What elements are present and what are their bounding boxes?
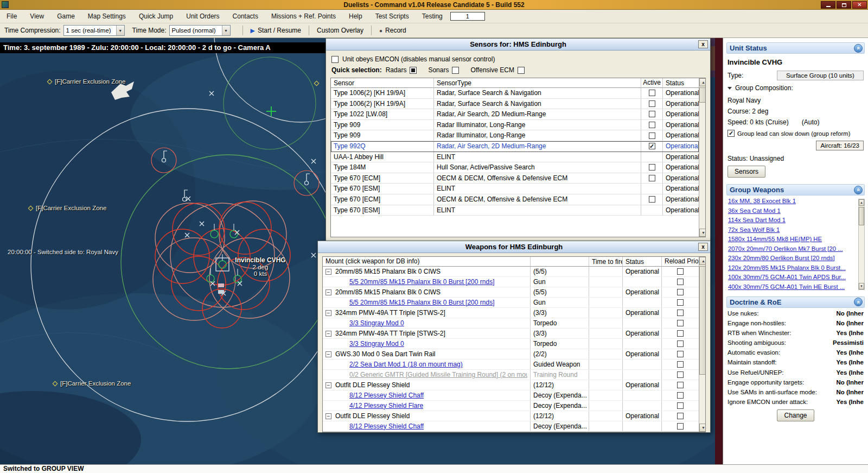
group-weapon-link[interactable]: 1580x 114mm/55 Mk8 HE(MP) HE (728, 236, 857, 242)
collapse-icon[interactable] (326, 331, 331, 337)
sensor-active-checkbox[interactable] (649, 143, 655, 149)
weapon-name[interactable]: 3/3 Stingray Mod 0 (349, 318, 404, 328)
collapse-icon[interactable] (326, 310, 331, 316)
collapse-icon[interactable] (326, 351, 331, 357)
scroll-up-icon[interactable]: ▲ (859, 199, 864, 206)
sensor-row[interactable]: Type 909 Radar Illuminator, Long-Range O… (331, 130, 699, 141)
weapon-row[interactable]: 8/12 Plessey Shield Chaff Decoy (Expenda… (323, 421, 699, 432)
change-button[interactable]: Change (777, 409, 814, 421)
weapons-dialog-titlebar[interactable]: Weapons for HMS Edinburgh x (318, 241, 710, 253)
sensor-row[interactable]: Type 1006(2) [KH 19/9A] Radar, Surface S… (331, 88, 699, 99)
reload-priority-checkbox[interactable] (677, 330, 684, 337)
weapon-name[interactable]: 20mm/85 Mk15 Phalanx Blk 0 CIWS (335, 267, 441, 276)
group-weapon-link[interactable]: 72x Sea Wolf Blk 1 (728, 226, 857, 233)
reload-priority-checkbox[interactable] (677, 423, 684, 430)
sensor-active-checkbox[interactable] (649, 196, 655, 203)
menu-item[interactable]: Map Settings (81, 11, 132, 22)
reload-priority-checkbox[interactable] (677, 310, 684, 316)
testing-input[interactable] (450, 12, 485, 21)
collapse-section-button[interactable]: « (854, 298, 863, 306)
weapon-row[interactable]: 2/2 Sea Dart Mod 1 (18 on mount mag) Gui… (323, 360, 699, 370)
minimize-button[interactable] (821, 1, 835, 9)
reload-priority-checkbox[interactable] (677, 320, 684, 326)
reload-priority-checkbox[interactable] (677, 392, 684, 399)
menu-item[interactable]: File (0, 11, 23, 22)
reference-point-icon[interactable] (53, 381, 58, 386)
sensor-row[interactable]: Type 184M Hull Sonar, Active/Passive Sea… (331, 162, 699, 173)
aircraft-count-button[interactable]: Aircraft: 16/23 (816, 141, 864, 150)
group-weapon-link[interactable]: 114x Sea Dart Mod 1 (728, 217, 857, 223)
custom-overlay-button[interactable]: Custom Overlay (314, 25, 367, 36)
collapse-section-button[interactable]: « (854, 44, 863, 53)
menu-item[interactable]: Test Scripts (369, 11, 416, 22)
weapon-row[interactable]: 5/5 20mm/85 Mk15 Phalanx Blk 0 Burst [20… (323, 277, 699, 287)
unit-type-button[interactable]: Surface Group (10 units) (777, 71, 864, 80)
reference-point-icon[interactable] (314, 81, 320, 86)
sensor-active-checkbox[interactable] (649, 100, 655, 107)
weapon-name[interactable]: 5/5 20mm/85 Mk15 Phalanx Blk 0 Burst [20… (349, 277, 494, 287)
group-composition-toggle[interactable]: Group Composition: (727, 84, 864, 92)
weapon-row[interactable]: 20mm/85 Mk15 Phalanx Blk 0 CIWS (5/5) Op… (323, 287, 699, 298)
sensor-active-checkbox[interactable] (649, 90, 655, 96)
weapon-name[interactable]: 0/2 Generic GMTR [Guided Missile Trainin… (349, 370, 527, 380)
sensor-active-checkbox[interactable] (649, 111, 655, 117)
group-weapon-link[interactable]: 230x 20mm/80 Oerlikon Burst [20 rnds] (728, 255, 857, 261)
quick-radars[interactable]: Radars (386, 66, 417, 74)
sensor-active-checkbox[interactable] (649, 133, 655, 139)
collapse-icon[interactable] (326, 289, 331, 295)
weapon-row[interactable]: 8/12 Plessey Shield Chaff Decoy (Expenda… (323, 390, 699, 401)
collapse-icon[interactable] (326, 269, 331, 275)
menu-item[interactable]: Contacts (226, 11, 265, 22)
unit-speed[interactable]: Speed: 0 kts (Cruise) (727, 118, 789, 126)
weapon-row[interactable]: 20mm/85 Mk15 Phalanx Blk 0 CIWS (5/5) Op… (323, 267, 699, 277)
close-icon[interactable]: x (698, 40, 708, 48)
reload-priority-checkbox[interactable] (677, 340, 684, 347)
maximize-button[interactable] (837, 1, 851, 9)
weapon-name[interactable]: 2/2 Sea Dart Mod 1 (18 on mount mag) (349, 360, 463, 369)
group-lead-row[interactable]: Group lead can slow down (group reform) (727, 130, 865, 137)
weapon-name[interactable]: 8/12 Plessey Shield Chaff (349, 421, 424, 431)
sonars-checkbox[interactable] (452, 67, 459, 74)
scroll-down-icon[interactable]: ▼ (859, 283, 864, 289)
weapon-row[interactable]: 5/5 20mm/85 Mk15 Phalanx Blk 0 Burst [20… (323, 298, 699, 308)
scroll-up-icon[interactable]: ▲ (699, 78, 706, 86)
group-weapon-link[interactable]: 36x Sea Cat Mod 1 (728, 207, 857, 214)
menu-item[interactable]: View (23, 11, 50, 22)
weapon-name[interactable]: 324mm PMW-49A TT Triple [STWS-2] (335, 308, 445, 318)
quick-sonars[interactable]: Sonars (428, 66, 459, 74)
sensor-row[interactable]: Type 670 [ECM] OECM & DECM, Offensive & … (331, 173, 699, 184)
weapon-name[interactable]: 20mm/85 Mk15 Phalanx Blk 0 CIWS (335, 287, 441, 297)
group-lead-checkbox[interactable] (727, 130, 735, 137)
collapse-icon[interactable] (326, 382, 331, 388)
group-weapon-link[interactable]: 120x 20mm/85 Mk15 Phalanx Blk 0 Burst... (728, 264, 857, 271)
reference-point-icon[interactable] (47, 79, 53, 84)
weapon-name[interactable]: 5/5 20mm/85 Mk15 Phalanx Blk 0 Burst [20… (349, 298, 494, 307)
weapon-name[interactable]: 8/12 Plessey Shield Chaff (349, 390, 424, 400)
weapon-row[interactable]: 3/3 Stingray Mod 0 Torpedo (323, 318, 699, 329)
time-mode-dropdown[interactable]: Pulsed (normal) ▼ (169, 25, 231, 36)
sensor-row[interactable]: Type 670 [ESM] ELINT Operational (331, 184, 699, 194)
reference-point-icon[interactable] (28, 205, 34, 211)
scroll-thumb[interactable] (699, 266, 706, 375)
group-weapon-link[interactable]: 16x MM, 38 Exocet Blk 1 (728, 198, 857, 204)
sensor-active-checkbox[interactable] (649, 122, 655, 128)
menu-item[interactable]: Help (342, 11, 369, 22)
weapon-row[interactable]: 3/3 Stingray Mod 0 Torpedo (323, 339, 699, 349)
weapon-row[interactable]: 324mm PMW-49A TT Triple [STWS-2] (3/3) O… (323, 308, 699, 318)
weapons-scrollbar[interactable]: ▲ ▼ (699, 257, 706, 432)
group-weapon-link[interactable]: 2070x 20mm/70 Oerlikon Mk7 Burst [20 ... (728, 245, 857, 252)
sensor-row[interactable]: Type 909 Radar Illuminator, Long-Range O… (331, 120, 699, 131)
scroll-thumb[interactable] (699, 87, 706, 103)
offensive-ecm-checkbox[interactable] (518, 67, 525, 74)
sensor-row[interactable]: Type 670 [ECM] OECM & DECM, Offensive & … (331, 194, 699, 205)
weapon-row[interactable]: 324mm PMW-49A TT Triple [STWS-2] (3/3) O… (323, 329, 699, 339)
close-button[interactable]: ✕ (852, 1, 867, 9)
weapon-row[interactable]: GWS.30 Mod 0 Sea Dart Twin Rail (2/2) Op… (323, 349, 699, 360)
sensor-row[interactable]: Type 670 [ESM] ELINT Operational (331, 205, 699, 216)
reload-priority-checkbox[interactable] (677, 402, 684, 409)
collapse-section-button[interactable]: « (854, 186, 863, 194)
sensor-active-checkbox[interactable] (649, 175, 655, 181)
dropdown-arrow-icon[interactable]: ▼ (222, 26, 230, 35)
reload-priority-checkbox[interactable] (677, 268, 684, 275)
start-resume-button[interactable]: ▶ Start / Resume (247, 25, 305, 36)
